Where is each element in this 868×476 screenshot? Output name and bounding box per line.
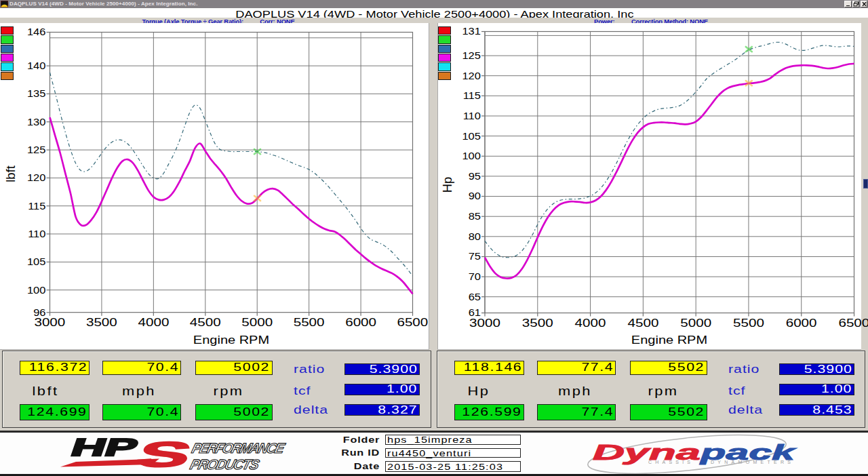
svg-text:125: 125 [462,50,481,61]
svg-text:6000: 6000 [345,316,376,329]
svg-text:Engine RPM: Engine RPM [631,334,707,346]
svg-text:6000: 6000 [785,317,816,330]
svg-text:Engine RPM: Engine RPM [193,334,269,346]
svg-text:4000: 4000 [138,316,170,329]
svg-text:105: 105 [27,257,46,268]
svg-text:75: 75 [468,252,480,262]
svg-text:115: 115 [28,201,45,212]
svg-text:Dyna: Dyna [593,441,701,464]
svg-text:3500: 3500 [86,316,117,329]
svg-text:80: 80 [468,231,480,242]
svg-text:105: 105 [462,131,481,142]
svg-text:65: 65 [468,292,480,302]
svg-text:110: 110 [28,229,45,239]
svg-text:140: 140 [27,60,46,71]
svg-text:85: 85 [468,211,480,222]
svg-text:4000: 4000 [574,317,606,330]
svg-text:70: 70 [468,271,480,282]
svg-text:HP: HP [67,434,142,461]
svg-text:3500: 3500 [521,317,553,330]
svg-text:100: 100 [462,151,481,161]
svg-text:95: 95 [468,171,480,182]
svg-text:4500: 4500 [627,317,658,330]
svg-text:PRODUCTS: PRODUCTS [189,456,261,472]
svg-text:130: 130 [27,117,46,127]
svg-text:5000: 5000 [241,316,273,329]
svg-text:100: 100 [27,285,46,296]
svg-text:3000: 3000 [469,317,500,330]
svg-text:110: 110 [462,111,480,121]
svg-text:125: 125 [27,144,46,155]
svg-text:135: 135 [27,89,46,100]
svg-text:6500: 6500 [838,317,868,330]
svg-text:S: S [132,435,197,473]
svg-text:5500: 5500 [294,316,325,329]
svg-text:4500: 4500 [190,316,221,329]
svg-text:146: 146 [27,27,46,38]
svg-text:5500: 5500 [733,317,764,330]
svg-text:120: 120 [462,71,481,81]
svg-text:3000: 3000 [34,316,65,329]
svg-text:5000: 5000 [680,317,711,330]
svg-text:6500: 6500 [397,316,428,329]
svg-text:90: 90 [468,191,480,202]
svg-text:115: 115 [462,90,480,101]
svg-text:131: 131 [462,26,481,37]
svg-text:120: 120 [27,173,46,184]
